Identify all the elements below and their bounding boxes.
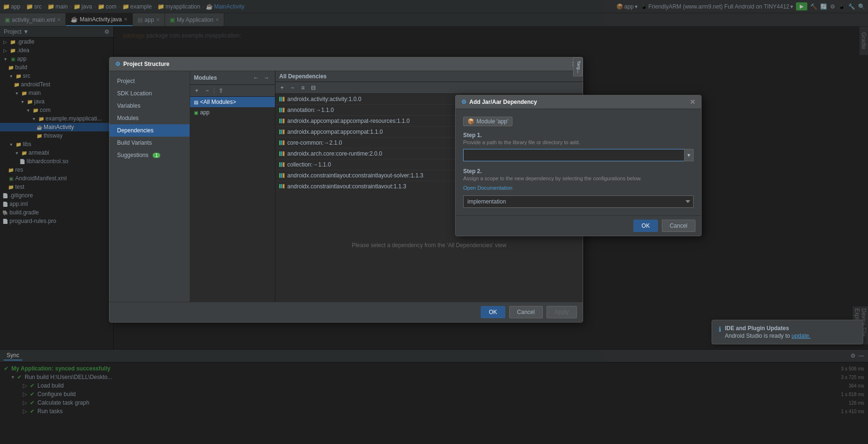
deps-header: All Dependencies Targ...	[275, 71, 583, 82]
nav-item-modules[interactable]: Modules	[110, 112, 190, 124]
add-jar-ok-button[interactable]: OK	[633, 220, 658, 232]
nav-back-button[interactable]: ←	[251, 73, 261, 83]
nav-forward-button[interactable]: →	[262, 73, 271, 83]
add-dep-button[interactable]: +	[277, 83, 287, 92]
dialog-title: Project Structure	[123, 61, 169, 67]
dep-bar-icon	[279, 184, 284, 188]
dep-bar-icon	[279, 119, 284, 123]
modules-toolbar: + − ⇧	[190, 85, 275, 97]
nav-item-suggestions[interactable]: Suggestions 1	[110, 149, 190, 161]
add-module-button[interactable]: +	[192, 86, 201, 95]
add-jar-cancel-button[interactable]: Cancel	[662, 220, 695, 232]
path-dropdown-button[interactable]: ▾	[684, 149, 694, 161]
info-icon: ℹ	[719, 325, 721, 333]
dep-bar-icon	[279, 173, 284, 178]
targ-button[interactable]: Targ...	[573, 71, 583, 76]
sort-dep-button[interactable]: ≡	[298, 83, 308, 92]
dialog-cancel-button[interactable]: Cancel	[509, 306, 543, 318]
dep-bar-icon	[279, 97, 284, 102]
modules-header: Modules ← →	[190, 71, 275, 85]
add-jar-title-bar: ⚙ Add Jar/Aar Dependency ✕	[456, 95, 701, 109]
dialog-left-nav: Project SDK Location Variables Modules D…	[110, 71, 190, 302]
allmodules-icon: ▤	[194, 100, 198, 105]
add-jar-title-text: Add Jar/Aar Dependency	[469, 99, 537, 105]
nav-item-variables[interactable]: Variables	[110, 100, 190, 112]
nav-item-build-variants[interactable]: Build Variants	[110, 137, 190, 149]
app-icon: ▣	[194, 110, 198, 115]
module-item-allmodules[interactable]: ▤ <All Modules>	[190, 97, 275, 107]
step2-title: Step 2.	[463, 168, 694, 175]
dialog-modules-panel: Modules ← → + − ⇧ ▤ <All Modules> ▣ app	[190, 71, 275, 302]
add-jar-body: 📦 Module 'app' Step 1. Provide a path to…	[456, 109, 701, 215]
scope-row: implementation api compileOnly runtimeOn…	[463, 195, 694, 208]
module-badge-icon: 📦	[467, 118, 475, 125]
dialog-title-icon: ⚙	[115, 61, 120, 67]
ide-notification: ℹ IDE and Plugin Updates Android Studio …	[712, 320, 863, 344]
dialog-apply-button[interactable]: Apply	[547, 306, 577, 318]
scope-container: implementation api compileOnly runtimeOn…	[463, 195, 694, 208]
module-item-app[interactable]: ▣ app	[190, 107, 275, 118]
dep-bar-icon	[279, 130, 284, 134]
notification-body: Android Studio is ready to update.	[725, 333, 811, 339]
dep-bar-icon	[279, 162, 284, 167]
add-jar-close-button[interactable]: ✕	[690, 98, 695, 106]
dialog-bottom-buttons: OK Cancel Apply	[110, 302, 583, 322]
module-badge: 📦 Module 'app'	[463, 117, 512, 126]
add-jar-icon: ⚙	[461, 99, 466, 105]
filter-dep-button[interactable]: ⊟	[309, 83, 318, 92]
open-documentation-link[interactable]: Open Documentation	[463, 185, 694, 191]
deps-toolbar: + − ≡ ⊟	[275, 82, 583, 94]
remove-dep-button[interactable]: −	[288, 83, 297, 92]
dep-bar-icon	[279, 108, 284, 112]
step2-desc: Assign a scope to the new dependency by …	[463, 176, 694, 181]
step1-desc: Provide a path to the library file or di…	[463, 139, 694, 145]
remove-module-button[interactable]: −	[202, 86, 212, 95]
dep-bar-icon	[279, 151, 284, 156]
dialog-title-bar: ⚙ Project Structure ✕	[110, 57, 583, 71]
nav-item-dependencies[interactable]: Dependencies	[110, 124, 190, 137]
move-up-button[interactable]: ⇧	[216, 86, 226, 95]
path-input-row: ▾	[463, 149, 694, 161]
add-jar-dialog: ⚙ Add Jar/Aar Dependency ✕ 📦 Module 'app…	[455, 95, 702, 236]
path-input[interactable]	[463, 149, 684, 161]
notification-title: IDE and Plugin Updates	[725, 325, 811, 332]
update-link[interactable]: update.	[792, 333, 811, 339]
notification-content: IDE and Plugin Updates Android Studio is…	[725, 325, 811, 339]
add-jar-bottom-buttons: OK Cancel	[456, 215, 701, 236]
nav-item-sdk[interactable]: SDK Location	[110, 87, 190, 100]
step1-title: Step 1.	[463, 132, 694, 139]
dep-bar-icon	[279, 140, 284, 145]
suggestions-badge: 1	[153, 153, 160, 158]
scope-select[interactable]: implementation api compileOnly runtimeOn…	[463, 195, 694, 208]
nav-item-project[interactable]: Project	[110, 75, 190, 87]
dialog-ok-button[interactable]: OK	[481, 306, 505, 318]
